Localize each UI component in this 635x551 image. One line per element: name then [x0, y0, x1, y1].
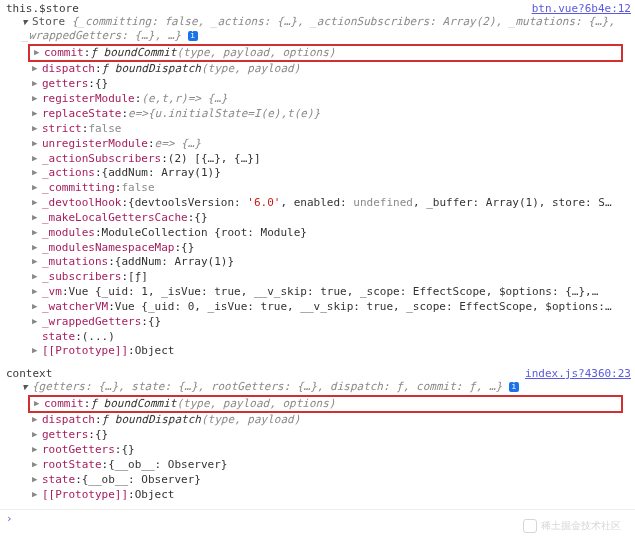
property-key: dispatch — [42, 413, 95, 428]
expand-icon[interactable]: ▶ — [32, 226, 40, 238]
expand-icon[interactable]: ▶ — [32, 122, 40, 134]
property-key: commit — [44, 46, 84, 61]
expand-icon[interactable]: ▶ — [32, 152, 40, 164]
property-key: getters — [42, 428, 88, 443]
expand-icon[interactable]: ▶ — [32, 137, 40, 149]
property-value: Object — [135, 488, 175, 503]
property-value: Object — [135, 344, 175, 359]
property-row[interactable]: ▶_devtoolHook: {devtoolsVersion: '6.0', … — [4, 196, 631, 211]
collapse-icon[interactable]: ▼ — [22, 382, 30, 394]
property-key: _mutations — [42, 255, 108, 270]
property-value: ModuleCollection {root: Module} — [102, 226, 307, 241]
property-key: _modulesNamespaceMap — [42, 241, 174, 256]
property-row[interactable]: ▶state: {__ob__: Observer} — [4, 473, 631, 488]
expand-icon[interactable]: ▶ — [32, 107, 40, 119]
property-key: rootGetters — [42, 443, 115, 458]
property-value: {} — [148, 315, 161, 330]
summary-row[interactable]: ▼ Store {_committing: false, _actions: {… — [4, 15, 631, 44]
property-value: {} — [181, 241, 194, 256]
expand-icon[interactable]: ▶ — [32, 443, 40, 455]
property-key: dispatch — [42, 62, 95, 77]
source-location[interactable]: btn.vue?6b4e:12 — [532, 2, 631, 15]
property-key: state — [42, 330, 75, 345]
info-icon[interactable]: i — [188, 31, 198, 41]
property-row[interactable]: ▶commit: ƒ boundCommit(type, payload, op… — [32, 397, 619, 412]
property-row[interactable]: ▶_modulesNamespaceMap: {} — [4, 241, 631, 256]
expand-icon[interactable]: ▶ — [32, 428, 40, 440]
property-value: ƒ boundCommit — [90, 397, 176, 412]
expand-icon[interactable]: ▶ — [34, 46, 42, 58]
property-row[interactable]: ▶dispatch: ƒ boundDispatch(type, payload… — [4, 62, 631, 77]
property-row[interactable]: ▶_wrappedGetters: {} — [4, 315, 631, 330]
property-value: Vue {_uid: 1, _isVue: true, __v_skip: tr… — [69, 285, 599, 300]
info-icon[interactable]: i — [509, 382, 519, 392]
property-row[interactable]: ▶_mutations: {addNum: Array(1)} — [4, 255, 631, 270]
property-value: {devtoolsVersion: '6.0', enabled: undefi… — [128, 196, 612, 211]
property-row[interactable]: ▶_actions: {addNum: Array(1)} — [4, 166, 631, 181]
property-key: _subscribers — [42, 270, 121, 285]
property-row[interactable]: ▶getters: {} — [4, 77, 631, 92]
property-row[interactable]: state: (...) — [4, 330, 631, 345]
property-key: strict — [42, 122, 82, 137]
property-value: Vue {_uid: 0, _isVue: true, __v_skip: tr… — [115, 300, 612, 315]
property-row[interactable]: ▶[[Prototype]]: Object — [4, 488, 631, 503]
property-key: _devtoolHook — [42, 196, 121, 211]
property-row[interactable]: ▶unregisterModule: e=> {…} — [4, 137, 631, 152]
summary-row[interactable]: ▼ {getters: {…}, state: {…}, rootGetters… — [4, 380, 631, 394]
property-key: _actions — [42, 166, 95, 181]
property-key: rootState — [42, 458, 102, 473]
collapse-icon[interactable]: ▼ — [22, 17, 30, 29]
property-row[interactable]: ▶[[Prototype]]: Object — [4, 344, 631, 359]
expand-icon[interactable]: ▶ — [32, 181, 40, 193]
expand-icon[interactable]: ▶ — [32, 166, 40, 178]
expand-icon[interactable]: ▶ — [34, 397, 42, 409]
expression: context — [4, 367, 52, 380]
property-row[interactable]: ▶dispatch: ƒ boundDispatch(type, payload… — [4, 413, 631, 428]
property-row[interactable]: ▶_modules: ModuleCollection {root: Modul… — [4, 226, 631, 241]
property-row[interactable]: ▶registerModule: (e,t,r)=> {…} — [4, 92, 631, 107]
expand-icon[interactable]: ▶ — [32, 62, 40, 74]
property-value: ƒ boundDispatch — [102, 62, 201, 77]
expand-icon[interactable]: ▶ — [32, 300, 40, 312]
property-row[interactable]: ▶getters: {} — [4, 428, 631, 443]
expand-icon[interactable]: ▶ — [32, 344, 40, 356]
expression: this.$store — [4, 2, 79, 15]
watermark-icon — [523, 519, 537, 527]
property-row[interactable]: ▶_actionSubscribers: (2) [{…}, {…}] — [4, 152, 631, 167]
property-row[interactable]: ▶_vm: Vue {_uid: 1, _isVue: true, __v_sk… — [4, 285, 631, 300]
expand-icon[interactable]: ▶ — [32, 92, 40, 104]
property-row[interactable]: ▶replaceState: e=>{u.initialState=I(e),t… — [4, 107, 631, 122]
property-key: unregisterModule — [42, 137, 148, 152]
property-row[interactable]: ▶_watcherVM: Vue {_uid: 0, _isVue: true,… — [4, 300, 631, 315]
expand-icon[interactable]: ▶ — [32, 285, 40, 297]
property-row[interactable]: ▶rootGetters: {} — [4, 443, 631, 458]
property-row[interactable]: ▶_makeLocalGettersCache: {} — [4, 211, 631, 226]
expand-icon[interactable]: ▶ — [32, 270, 40, 282]
expand-icon[interactable]: ▶ — [32, 211, 40, 223]
expand-icon[interactable]: ▶ — [32, 196, 40, 208]
log-block: this.$storebtn.vue?6b4e:12▼ Store {_comm… — [0, 0, 635, 365]
expand-icon[interactable]: ▶ — [32, 458, 40, 470]
property-value: {addNum: Array(1)} — [115, 255, 234, 270]
expand-icon[interactable]: ▶ — [32, 241, 40, 253]
expand-icon[interactable]: ▶ — [32, 77, 40, 89]
expand-icon[interactable]: ▶ — [32, 473, 40, 485]
property-value: {__ob__: Observer} — [82, 473, 201, 488]
property-key: _actionSubscribers — [42, 152, 161, 167]
expand-icon[interactable]: ▶ — [32, 413, 40, 425]
property-value: (2) [{…}, {…}] — [168, 152, 261, 167]
property-row[interactable]: ▶_committing: false — [4, 181, 631, 196]
property-row[interactable]: ▶rootState: {__ob__: Observer} — [4, 458, 631, 473]
property-value: false — [88, 122, 121, 137]
expand-icon[interactable]: ▶ — [32, 315, 40, 327]
log-block: contextindex.js?4360:23▼ {getters: {…}, … — [0, 365, 635, 508]
property-row[interactable]: ▶_subscribers: [ƒ] — [4, 270, 631, 285]
highlighted-property: ▶commit: ƒ boundCommit(type, payload, op… — [28, 44, 623, 63]
property-row[interactable]: ▶commit: ƒ boundCommit(type, payload, op… — [32, 46, 619, 61]
property-key: getters — [42, 77, 88, 92]
source-location[interactable]: index.js?4360:23 — [525, 367, 631, 380]
property-key: _vm — [42, 285, 62, 300]
property-row[interactable]: ▶strict: false — [4, 122, 631, 137]
expand-icon[interactable]: ▶ — [32, 488, 40, 500]
expand-icon[interactable]: ▶ — [32, 255, 40, 267]
